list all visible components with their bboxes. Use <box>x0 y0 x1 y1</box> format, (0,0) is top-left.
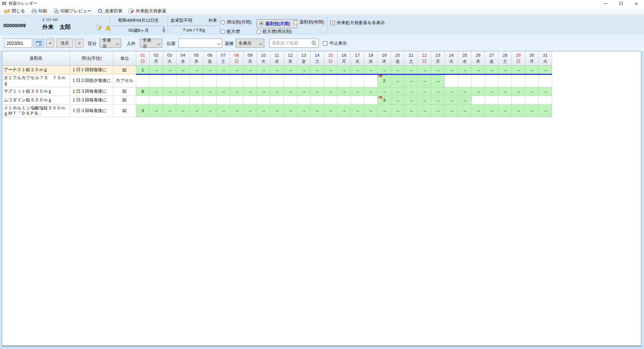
calendar-picker-button[interactable]: 1 <box>34 39 44 48</box>
day-cell[interactable] <box>136 96 150 105</box>
day-cell[interactable]: → <box>190 87 203 96</box>
day-cell[interactable]: → <box>418 105 431 117</box>
day-cell[interactable]: → <box>284 105 297 117</box>
day-cell[interactable]: → <box>405 96 418 105</box>
dose-start-cell[interactable]: 1 <box>136 66 150 74</box>
day-cell[interactable]: → <box>203 66 217 74</box>
day-cell[interactable] <box>324 96 337 105</box>
day-cell[interactable]: → <box>284 87 297 96</box>
day-cell[interactable]: → <box>525 105 539 117</box>
dose-start-cell[interactable]: 2 <box>378 74 391 87</box>
day-cell[interactable]: → <box>311 87 324 96</box>
day-cell[interactable]: → <box>418 96 431 105</box>
day-cell[interactable] <box>150 74 163 87</box>
day-cell[interactable]: → <box>163 87 176 96</box>
day-cell[interactable]: → <box>257 105 270 117</box>
day-cell[interactable]: → <box>230 105 244 117</box>
day-cell[interactable]: → <box>230 66 244 74</box>
day-cell[interactable]: → <box>217 87 230 96</box>
day-cell[interactable]: → <box>391 105 405 117</box>
dose-start-cell[interactable]: 3 <box>378 96 391 105</box>
drug-name-cell[interactable]: タミフルカプセル７５ ７５ｍｇ <box>2 74 70 87</box>
day-cell[interactable]: → <box>270 66 284 74</box>
hide-brought-meds-checkbox[interactable]: ✓ 外来処方持参薬を非表示 <box>330 20 385 26</box>
day-cell[interactable] <box>230 74 244 87</box>
day-cell[interactable] <box>485 96 498 105</box>
edit-memo-button[interactable] <box>96 25 102 32</box>
day-cell[interactable]: → <box>498 87 512 96</box>
day-cell[interactable]: → <box>244 66 257 74</box>
day-cell[interactable]: → <box>512 105 525 117</box>
day-cell[interactable]: → <box>176 105 190 117</box>
day-cell[interactable]: → <box>203 105 217 117</box>
day-cell[interactable]: → <box>244 105 257 117</box>
day-cell[interactable]: → <box>311 66 324 74</box>
day-cell[interactable]: → <box>351 66 364 74</box>
radio-yohobetsu-monthly[interactable]: 用法別(月間) <box>221 19 252 25</box>
day-cell[interactable] <box>270 96 284 105</box>
day-cell[interactable] <box>498 96 512 105</box>
day-cell[interactable] <box>539 74 552 87</box>
day-cell[interactable]: → <box>337 105 351 117</box>
day-cell[interactable]: → <box>391 66 405 74</box>
day-cell[interactable]: → <box>431 96 445 105</box>
day-cell[interactable]: → <box>351 87 364 96</box>
day-cell[interactable] <box>163 74 176 87</box>
day-cell[interactable]: → <box>270 105 284 117</box>
next-month-button[interactable]: > <box>75 39 84 48</box>
day-cell[interactable]: → <box>217 66 230 74</box>
day-cell[interactable] <box>525 96 539 105</box>
month-input[interactable] <box>4 39 32 48</box>
day-cell[interactable] <box>512 96 525 105</box>
day-cell[interactable]: → <box>458 66 472 74</box>
day-cell[interactable]: → <box>445 105 458 117</box>
day-cell[interactable] <box>257 96 270 105</box>
kubun-select[interactable]: 全表示 <box>100 39 121 48</box>
radio-shohoreki-yohobetsu[interactable]: 処方歴(用法別) <box>257 29 292 35</box>
day-cell[interactable] <box>270 74 284 87</box>
current-month-button[interactable]: 当月 <box>56 39 73 48</box>
day-cell[interactable]: → <box>364 66 378 74</box>
day-cell[interactable]: → <box>150 66 163 74</box>
day-cell[interactable]: → <box>270 87 284 96</box>
yakushu-select[interactable]: 全表示 <box>236 39 264 48</box>
day-cell[interactable]: → <box>485 87 498 96</box>
day-cell[interactable] <box>472 96 485 105</box>
day-cell[interactable]: → <box>311 105 324 117</box>
day-cell[interactable]: → <box>163 66 176 74</box>
day-cell[interactable] <box>472 74 485 87</box>
day-cell[interactable]: → <box>485 105 498 117</box>
day-cell[interactable]: → <box>190 105 203 117</box>
dose-start-cell[interactable]: 6 <box>136 87 150 96</box>
day-cell[interactable] <box>311 74 324 87</box>
day-cell[interactable] <box>176 96 190 105</box>
drug-name-cell[interactable]: ムコダイン錠５００ｍｇ <box>2 96 70 105</box>
close-button[interactable]: 閉じる <box>1 7 28 15</box>
day-cell[interactable] <box>498 74 512 87</box>
day-cell[interactable] <box>150 96 163 105</box>
day-cell[interactable]: → <box>431 66 445 74</box>
day-cell[interactable] <box>203 96 217 105</box>
day-cell[interactable] <box>525 74 539 87</box>
day-cell[interactable] <box>458 74 472 87</box>
dose-start-cell[interactable]: 3 <box>136 105 150 117</box>
day-cell[interactable] <box>244 96 257 105</box>
radio-yakuzaibetsu-monthly[interactable]: 薬剤別(月間) <box>257 19 297 28</box>
day-cell[interactable]: → <box>203 87 217 96</box>
day-cell[interactable] <box>337 96 351 105</box>
day-cell[interactable]: → <box>498 66 512 74</box>
day-cell[interactable]: → <box>217 105 230 117</box>
day-cell[interactable]: → <box>525 87 539 96</box>
nyugai-select[interactable]: 全表示 <box>140 39 162 48</box>
day-cell[interactable]: → <box>405 87 418 96</box>
day-cell[interactable]: → <box>391 74 405 87</box>
prev-month-button[interactable]: < <box>46 39 54 48</box>
day-cell[interactable]: → <box>445 87 458 96</box>
day-cell[interactable]: → <box>458 105 472 117</box>
day-cell[interactable]: → <box>176 87 190 96</box>
cancel-display-checkbox[interactable]: 中止表示 <box>323 40 347 46</box>
day-cell[interactable] <box>337 74 351 87</box>
day-cell[interactable]: → <box>364 105 378 117</box>
drug-search-input[interactable] <box>270 39 309 47</box>
day-cell[interactable]: → <box>405 66 418 74</box>
